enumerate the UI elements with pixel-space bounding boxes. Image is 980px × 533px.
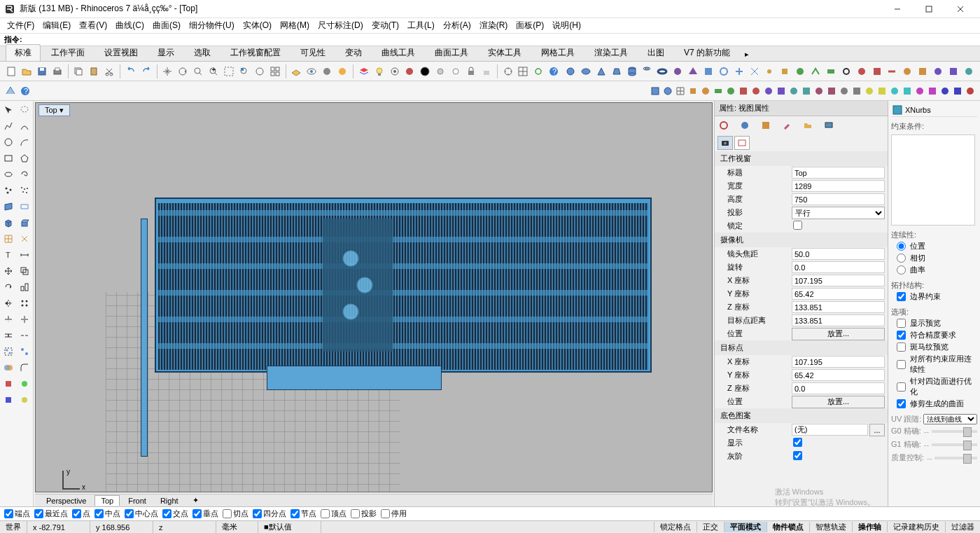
polygon-icon[interactable] (18, 151, 32, 165)
r2-icon-12[interactable] (788, 85, 799, 97)
split-icon[interactable] (18, 312, 32, 326)
menu-file[interactable]: 文件(F) (4, 18, 37, 33)
open-icon[interactable] (20, 64, 34, 79)
material-icon[interactable] (402, 64, 416, 79)
menu-solid[interactable]: 实体(O) (240, 18, 274, 33)
shade-icon[interactable] (320, 64, 334, 79)
sb-smarttrack[interactable]: 智慧轨迹 (809, 522, 852, 532)
chk-end[interactable] (4, 509, 13, 518)
tube-icon[interactable] (640, 64, 654, 79)
temp11-icon[interactable] (824, 64, 838, 79)
ellipsoid-icon[interactable] (579, 64, 593, 79)
zoom-window-icon[interactable] (222, 64, 236, 79)
menu-subd[interactable]: 细分物件(U) (186, 18, 237, 33)
chk-mid[interactable] (94, 509, 104, 518)
sphere-icon[interactable] (564, 64, 578, 79)
radio-curv[interactable] (897, 265, 906, 275)
chk-lock[interactable] (793, 221, 802, 230)
r2-icon-19[interactable] (876, 85, 888, 97)
tab-rendertools[interactable]: 渲染工具 (585, 44, 637, 61)
sb-ortho[interactable]: 正交 (696, 522, 724, 532)
cut-icon[interactable] (102, 64, 116, 79)
trim-icon[interactable] (1, 312, 16, 326)
fillet-icon[interactable] (18, 360, 32, 375)
move-icon[interactable] (1, 263, 16, 278)
tab-more-icon[interactable]: ▸ (741, 48, 753, 61)
menu-view[interactable]: 查看(V) (76, 18, 110, 33)
texture-icon[interactable] (760, 119, 772, 132)
chk-tan[interactable] (223, 509, 232, 518)
polyline-icon[interactable] (1, 118, 16, 133)
temp17-icon[interactable] (916, 64, 930, 79)
color-icon[interactable] (418, 64, 432, 79)
cone-icon[interactable] (594, 64, 608, 79)
tab-transform[interactable]: 变动 (336, 44, 371, 61)
temp1-icon[interactable] (671, 64, 685, 79)
vtab-top[interactable]: Top (94, 495, 120, 506)
chk-quad[interactable] (897, 382, 906, 392)
namedview-icon[interactable] (304, 64, 318, 79)
r2-icon-6[interactable] (713, 85, 724, 97)
tab-newv7[interactable]: V7 的新功能 (675, 44, 739, 61)
status-unit[interactable]: 毫米 (216, 521, 258, 533)
truncated-icon[interactable] (610, 64, 624, 79)
properties-icon[interactable] (388, 64, 402, 79)
surface-icon[interactable] (1, 199, 16, 214)
display-icon[interactable] (822, 119, 835, 132)
tab-visibility[interactable]: 可见性 (291, 44, 335, 61)
menu-surface[interactable]: 曲面(S) (150, 18, 183, 33)
cplane-icon[interactable] (289, 64, 303, 79)
dim-icon[interactable] (18, 247, 32, 262)
r2-icon-7[interactable] (725, 85, 736, 97)
input-cx[interactable] (792, 275, 885, 286)
refresh-icon[interactable] (531, 64, 545, 79)
input-rot[interactable] (792, 261, 885, 273)
radio-pos[interactable] (897, 242, 906, 251)
chk-preview[interactable] (897, 319, 906, 328)
sb-gridsnap[interactable]: 锁定格点 (654, 522, 696, 532)
maximize-button[interactable] (913, 0, 944, 18)
tab-setview[interactable]: 设置视图 (95, 44, 147, 61)
input-title[interactable] (792, 167, 885, 179)
curve-icon[interactable] (18, 118, 32, 133)
chk-gray[interactable] (793, 451, 802, 460)
options-icon[interactable] (501, 64, 515, 79)
point-cloud-icon[interactable] (18, 183, 32, 198)
menu-dimension[interactable]: 尺寸标注(D) (315, 18, 366, 33)
r2-icon-26[interactable] (965, 85, 976, 97)
r2-icon-21[interactable] (902, 85, 913, 97)
pan-icon[interactable] (161, 64, 175, 79)
temp16-icon[interactable] (900, 64, 914, 79)
material2-icon[interactable] (738, 119, 751, 132)
ellipse-icon[interactable] (1, 167, 16, 181)
temp8-icon[interactable] (778, 64, 792, 79)
temp3-icon[interactable] (701, 64, 715, 79)
sb-gumball[interactable]: 操作轴 (852, 522, 887, 532)
r2-icon-18[interactable] (864, 85, 875, 97)
copy2-icon[interactable] (18, 263, 32, 278)
tab-drafting[interactable]: 出图 (638, 44, 673, 61)
temp12-icon[interactable] (839, 64, 853, 79)
lightbulb-icon[interactable] (372, 64, 386, 79)
help-icon[interactable]: ? (547, 64, 561, 79)
r2-icon-24[interactable] (939, 85, 951, 97)
tab-viewport[interactable]: 工作视窗配置 (221, 44, 290, 61)
chk-trim[interactable] (897, 399, 906, 408)
box-icon[interactable] (1, 215, 16, 230)
r2-icon-2[interactable] (662, 85, 673, 97)
tool-a-icon[interactable] (1, 376, 16, 391)
blank-tab-icon[interactable] (734, 136, 750, 150)
close-button[interactable] (944, 0, 976, 18)
r2-icon-14[interactable] (813, 85, 825, 97)
r2-icon-9[interactable] (750, 85, 762, 97)
tool-b-icon[interactable] (18, 376, 32, 391)
r2-icon-23[interactable] (927, 85, 938, 97)
temp15-icon[interactable] (885, 64, 899, 79)
save-icon[interactable] (35, 64, 49, 79)
xn-constraint-box[interactable] (891, 134, 975, 226)
lasso-icon[interactable] (18, 102, 32, 117)
input-height[interactable] (792, 193, 885, 205)
input-focal[interactable] (792, 248, 885, 260)
select-uv[interactable]: 法线到曲线 (923, 414, 977, 424)
chk-knot[interactable] (290, 509, 300, 518)
